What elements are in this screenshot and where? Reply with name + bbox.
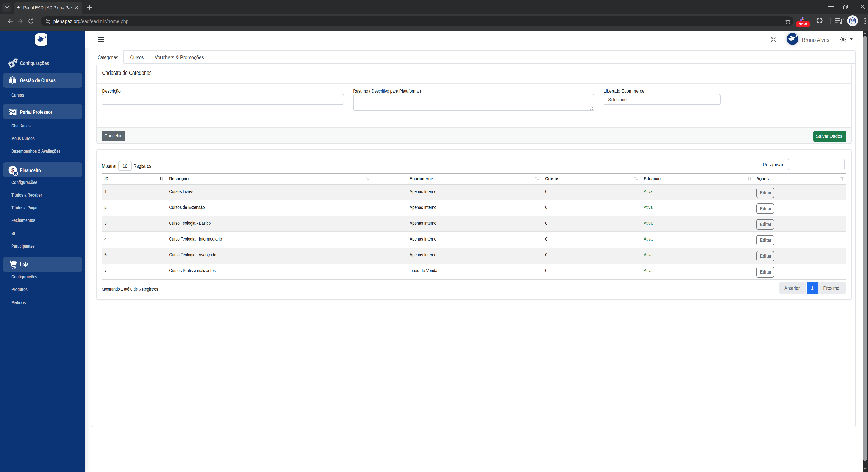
svg-text:TECH: TECH xyxy=(850,19,855,21)
svg-text:SOLUCOES: SOLUCOES xyxy=(850,21,855,22)
